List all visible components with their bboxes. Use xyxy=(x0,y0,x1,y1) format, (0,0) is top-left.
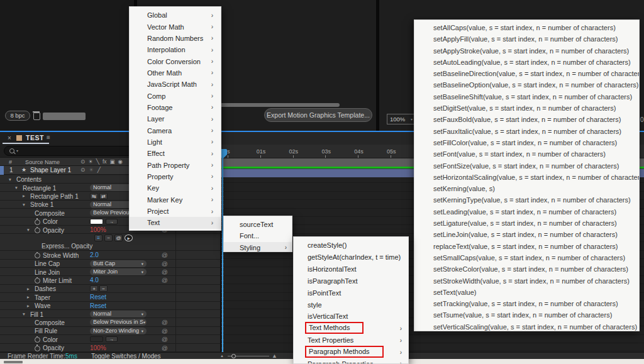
menu-item-text-properties[interactable]: Text Properties› xyxy=(294,334,408,346)
property-row-miter-limit[interactable]: Miter Limit4.0@ xyxy=(0,276,220,284)
expression-enable-icon[interactable]: ≡ xyxy=(94,234,103,241)
stopwatch-icon[interactable] xyxy=(35,228,40,233)
color-picker-icon[interactable]: → xyxy=(106,336,118,342)
stopwatch-icon[interactable] xyxy=(35,219,40,225)
value-dropdown[interactable]: Miter Join▾ xyxy=(90,268,147,275)
value-dropdown[interactable]: Non-Zero Winding▾ xyxy=(90,328,147,334)
property-row-stroke-width[interactable]: Stroke Width2.0@ xyxy=(0,251,220,259)
expression-language-icon[interactable]: ▶ xyxy=(125,234,133,241)
pick-whip-icon[interactable]: @ xyxy=(162,336,168,343)
method-item-settsume[interactable]: setTsume(value, s = start index, n = num… xyxy=(414,309,639,321)
viewer-zoom-dropdown[interactable]: 100% ▾ xyxy=(387,114,416,124)
stopwatch-icon[interactable] xyxy=(35,337,40,343)
bit-depth-button[interactable]: 8 bpc xyxy=(5,111,30,121)
value-dropdown[interactable]: Butt Cap▾ xyxy=(90,260,147,267)
property-row-fill-rule[interactable]: Fill RuleNon-Zero Winding▾@ xyxy=(0,327,220,335)
zoom-out-icon[interactable]: ▲ xyxy=(220,354,224,358)
chevron-right-icon[interactable]: ▸ xyxy=(23,193,25,199)
expression-graph-icon[interactable]: ~ xyxy=(104,234,113,241)
property-row-express-opacity[interactable]: ≡~@▶Express... Opacity xyxy=(0,234,220,251)
trash-icon[interactable] xyxy=(33,113,40,120)
constrain-icon[interactable]: ⇆ xyxy=(90,193,98,199)
menu-item-getstyleat-charindex-t-time[interactable]: getStyleAt(charIndex, t = time) xyxy=(294,251,408,263)
property-row-opacity[interactable]: Opacity100%@ xyxy=(0,344,220,352)
zoom-slider-knob[interactable] xyxy=(231,354,236,358)
menu-item-paragraph-methods[interactable]: Paragraph Methods› xyxy=(294,346,408,358)
property-row-taper[interactable]: ▸TaperReset xyxy=(0,293,220,301)
color-swatch[interactable] xyxy=(90,219,103,224)
method-item-setbaselineoption[interactable]: setBaselineOption(value, s = start index… xyxy=(414,79,639,91)
property-row-dashes[interactable]: ▸Dashes+− xyxy=(0,285,220,293)
zoom-in-icon[interactable]: ▲ xyxy=(272,353,277,359)
stopwatch-icon[interactable] xyxy=(35,253,40,258)
property-row-fill-1[interactable]: ▾Fill 1Normal▾ xyxy=(0,310,220,318)
chevron-down-icon[interactable]: ▾ xyxy=(27,227,30,233)
stopwatch-icon[interactable] xyxy=(35,278,40,284)
color-swatch[interactable] xyxy=(90,336,103,342)
property-row-composite[interactable]: CompositeBelow Previous in S▾@ xyxy=(0,318,220,326)
menu-item-text-methods[interactable]: Text Methods› xyxy=(294,323,408,334)
pick-whip-icon[interactable]: @ xyxy=(162,328,168,334)
menu-item-font[interactable]: Font... xyxy=(224,230,292,241)
method-item-setstrokecolor[interactable]: setStrokeColor(value, s = start index, n… xyxy=(414,263,639,275)
value-dropdown[interactable]: Normal▾ xyxy=(90,311,147,317)
method-item-setkerningtype[interactable]: setKerningType(value, s = start index, n… xyxy=(414,194,639,206)
menu-item-style[interactable]: style xyxy=(294,299,408,311)
menu-item-isverticaltext[interactable]: isVerticalText xyxy=(294,311,408,323)
method-item-setsmallcaps[interactable]: setSmallCaps(value, s = start index, n =… xyxy=(414,252,639,263)
project-panel-scrubber[interactable] xyxy=(43,113,86,120)
method-item-setbaselineshift[interactable]: setBaselineShift(value, s = start index,… xyxy=(414,91,639,102)
menu-item-styling[interactable]: Styling› xyxy=(224,242,292,252)
stopwatch-icon[interactable] xyxy=(35,346,40,351)
menu-item-javascript-math[interactable]: JavaScript Math› xyxy=(130,79,221,90)
menu-item-isparagraphtext[interactable]: isParagraphText xyxy=(294,275,408,287)
method-item-setfauxbold[interactable]: setFauxBold(value, s = start index, n = … xyxy=(414,114,639,125)
method-item-setapplystroke[interactable]: setApplyStroke(value, s = start index, n… xyxy=(414,45,639,57)
method-item-setfillcolor[interactable]: setFillColor(value, s = start index, n =… xyxy=(414,137,639,148)
pick-whip-icon[interactable]: @ xyxy=(162,268,168,275)
menu-item-sourcetext[interactable]: sourceText xyxy=(224,219,292,230)
property-value[interactable]: 100% xyxy=(90,226,106,233)
property-row-line-join[interactable]: Line JoinMiter Join▾@ xyxy=(0,268,220,276)
method-item-setapplyfill[interactable]: setApplyFill(value, s = start index, n =… xyxy=(414,33,639,45)
menu-item-interpolation[interactable]: Interpolation› xyxy=(130,44,221,55)
method-item-setdigitset[interactable]: setDigitSet(value, s = start index, n = … xyxy=(414,102,639,114)
method-item-sethorizontalscaling[interactable]: setHorizontalScaling(value, s = start in… xyxy=(414,172,639,183)
method-item-setleading[interactable]: setLeading(value, s = start index, n = n… xyxy=(414,206,639,218)
reset-link[interactable]: Reset xyxy=(90,294,106,301)
pick-whip-icon[interactable]: @ xyxy=(162,260,168,267)
chevron-down-icon[interactable]: ▾ xyxy=(23,311,25,317)
property-row-wave[interactable]: ▸WaveReset xyxy=(0,302,220,310)
method-item-setstrokewidth[interactable]: setStrokeWidth(value, s = start index, n… xyxy=(414,275,639,287)
menu-item-camera[interactable]: Camera› xyxy=(130,124,221,136)
method-item-setkerning[interactable]: setKerning(value, s) xyxy=(414,183,639,194)
menu-item-property[interactable]: Property› xyxy=(130,171,221,182)
menu-item-global[interactable]: Global› xyxy=(130,9,221,21)
chevron-down-icon[interactable]: ▾ xyxy=(9,177,11,182)
menu-item-ishorizontaltext[interactable]: isHorizontalText xyxy=(294,263,408,275)
property-value[interactable]: 2.0 xyxy=(90,251,99,258)
method-item-setautoleading[interactable]: setAutoLeading(value, s = start index, n… xyxy=(414,57,639,68)
add-icon[interactable]: + xyxy=(90,285,98,292)
menu-item-layer[interactable]: Layer› xyxy=(130,113,221,124)
menu-item-path-property[interactable]: Path Property› xyxy=(130,159,221,170)
pick-whip-icon[interactable]: @ xyxy=(162,319,168,326)
method-item-setlinejoin[interactable]: setLineJoin(value, s = start index, n = … xyxy=(414,229,639,240)
chevron-right-icon[interactable]: ▸ xyxy=(27,294,30,300)
menu-item-ispointtext[interactable]: isPointText xyxy=(294,287,408,299)
reset-link[interactable]: Reset xyxy=(90,302,106,309)
menu-item-paragraph-properties[interactable]: Paragraph Properties› xyxy=(294,358,408,364)
menu-item-text[interactable]: Text› xyxy=(130,217,221,228)
constrain-icon[interactable]: ⇄ xyxy=(99,193,108,199)
method-item-setligature[interactable]: setLigature(value, s = start index, n = … xyxy=(414,218,639,229)
pick-whip-icon[interactable]: @ xyxy=(162,345,168,351)
chevron-right-icon[interactable]: ▸ xyxy=(27,303,30,309)
property-value[interactable]: 100% xyxy=(90,345,106,351)
menu-item-random-numbers[interactable]: Random Numbers› xyxy=(130,33,221,44)
method-item-setverticalscaling[interactable]: setVerticalScaling(value, s = start inde… xyxy=(414,321,639,333)
method-item-replacetext[interactable]: replaceText(value, s = start index, n = … xyxy=(414,241,639,252)
method-item-settracking[interactable]: setTracking(value, s = start index, n = … xyxy=(414,298,639,309)
property-row-line-cap[interactable]: Line CapButt Cap▾@ xyxy=(0,260,220,268)
menu-item-project[interactable]: Project› xyxy=(130,206,221,217)
chevron-down-icon[interactable]: ▾ xyxy=(15,185,18,190)
